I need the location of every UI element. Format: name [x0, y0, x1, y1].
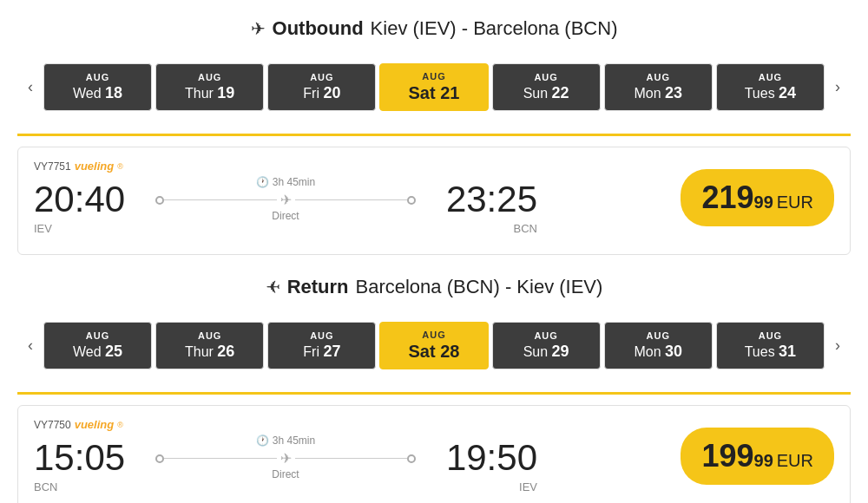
outbound-price-currency: EUR [777, 193, 813, 212]
return-airline-name: vueling [75, 418, 115, 431]
return-dep-airport: BCN [34, 480, 138, 493]
outbound-airport-labels: IEV BCN [34, 222, 537, 235]
day-label: Mon 30 [634, 343, 682, 361]
return-route: Barcelona (BCN) - Kiev (IEV) [356, 276, 603, 298]
day-num: 25 [105, 343, 122, 360]
date-cell-3[interactable]: AUGSat 28 [379, 322, 488, 369]
return-arr-dot [407, 454, 416, 463]
return-line [164, 458, 277, 459]
outbound-duration: 🕐 3h 45min [256, 176, 315, 188]
day-label: Sat 28 [409, 342, 460, 362]
month-label: AUG [198, 330, 221, 341]
return-clock-icon: 🕐 [256, 434, 269, 447]
day-label: Fri 27 [303, 343, 340, 361]
day-label: Wed 18 [73, 84, 122, 102]
return-price-dec: 99 [754, 451, 773, 471]
return-flight-number: VY7750 [34, 419, 71, 431]
day-num: 23 [665, 84, 682, 101]
outbound-trademark: ® [117, 162, 123, 171]
return-header: ✈ Return Barcelona (BCN) - Kiev (IEV) [17, 276, 851, 298]
month-label: AUG [647, 330, 670, 341]
return-price-button[interactable]: 19999EUR [681, 428, 834, 485]
date-cell-2[interactable]: AUGFri 27 [267, 322, 376, 369]
return-line-plane-icon: ✈ [280, 450, 292, 467]
return-line2 [295, 458, 408, 459]
outbound-airline-name: vueling [75, 160, 115, 173]
outbound-flight-number: VY7751 [34, 160, 71, 173]
day-num: 31 [779, 343, 796, 360]
date-cell-5[interactable]: AUGMon 30 [604, 322, 713, 369]
outbound-flight-times: 20:40 🕐 3h 45min ✈ Dir [34, 176, 537, 222]
day-num: 26 [217, 343, 234, 360]
outbound-next-nav[interactable]: › [825, 52, 851, 121]
return-price-main: 199 [701, 438, 753, 474]
day-label: Fri 20 [303, 84, 340, 102]
outbound-flight-line: ✈ [155, 192, 416, 208]
outbound-prev-nav[interactable]: ‹ [17, 52, 43, 121]
month-label: AUG [422, 71, 445, 82]
date-cell-0[interactable]: AUGWed 25 [43, 322, 152, 369]
outbound-stop-type: Direct [272, 210, 299, 222]
month-label: AUG [422, 330, 445, 340]
date-cell-0[interactable]: AUGWed 18 [43, 63, 152, 111]
month-label: AUG [759, 330, 782, 341]
date-cell-2[interactable]: AUGFri 20 [267, 63, 376, 111]
day-label: Sat 21 [409, 83, 460, 103]
outbound-arr-airport: BCN [433, 222, 537, 235]
day-num: 20 [323, 84, 340, 101]
return-yellow-bar [17, 392, 851, 395]
outbound-airline-line: VY7751 vueling ® [34, 160, 537, 173]
date-cell-4[interactable]: AUGSun 22 [492, 63, 601, 111]
return-depart-time: 15:05 [34, 437, 138, 479]
return-duration: 🕐 3h 45min [256, 434, 315, 447]
date-cell-1[interactable]: AUGThur 19 [155, 63, 264, 111]
outbound-price-main: 219 [701, 180, 753, 216]
return-arrive-time: 19:50 [433, 437, 537, 479]
return-next-nav[interactable]: › [825, 310, 851, 380]
outbound-section: ✈ Outbound Kiev (IEV) - Barcelona (BCN) … [17, 17, 851, 255]
clock-icon: 🕐 [256, 176, 269, 188]
day-num: 24 [779, 84, 796, 101]
outbound-price-button[interactable]: 21999EUR [681, 169, 834, 226]
outbound-route: Kiev (IEV) - Barcelona (BCN) [371, 17, 618, 40]
month-label: AUG [310, 330, 333, 341]
outbound-flight-card-top: VY7751 vueling ® 20:40 🕐 3h 45min [34, 160, 834, 235]
date-cell-6[interactable]: AUGTues 24 [716, 63, 825, 111]
return-flight-line: ✈ [155, 450, 416, 467]
outbound-line [164, 199, 277, 200]
return-flight-card-top: VY7750 vueling ® 15:05 🕐 3h 45min [34, 418, 834, 493]
outbound-dep-airport: IEV [34, 222, 138, 235]
day-num: 30 [665, 343, 682, 360]
day-label: Sun 22 [523, 84, 569, 102]
day-num: 27 [323, 343, 340, 360]
return-flight-middle: 🕐 3h 45min ✈ Direct [138, 434, 433, 480]
return-flight-info: VY7750 vueling ® 15:05 🕐 3h 45min [34, 418, 537, 493]
outbound-direction-label: Outbound [273, 17, 364, 40]
day-num: 18 [105, 84, 122, 101]
outbound-depart-time: 20:40 [34, 179, 138, 220]
outbound-plane-icon: ✈ [251, 18, 266, 39]
outbound-date-strip: AUGWed 18AUGThur 19AUGFri 20AUGSat 21AUG… [43, 63, 825, 111]
return-airline-line: VY7750 vueling ® [34, 418, 537, 431]
day-label: Wed 25 [73, 343, 122, 361]
day-label: Thur 19 [185, 84, 234, 102]
day-label: Tues 31 [745, 343, 796, 361]
outbound-date-strip-wrapper: ‹ AUGWed 18AUGThur 19AUGFri 20AUGSat 21A… [17, 52, 851, 121]
day-num: 22 [552, 84, 569, 101]
day-label: Sun 29 [523, 343, 569, 361]
date-cell-3[interactable]: AUGSat 21 [379, 63, 488, 111]
date-cell-5[interactable]: AUGMon 23 [604, 63, 713, 111]
month-label: AUG [534, 72, 557, 82]
return-prev-nav[interactable]: ‹ [17, 310, 43, 380]
month-label: AUG [534, 330, 557, 341]
day-label: Tues 24 [745, 84, 796, 102]
outbound-line-plane-icon: ✈ [280, 192, 292, 208]
date-cell-4[interactable]: AUGSun 29 [492, 322, 601, 369]
return-price-currency: EUR [777, 451, 813, 471]
return-stop-type: Direct [272, 468, 299, 480]
outbound-header: ✈ Outbound Kiev (IEV) - Barcelona (BCN) [17, 17, 851, 40]
return-date-strip-wrapper: ‹ AUGWed 25AUGThur 26AUGFri 27AUGSat 28A… [17, 310, 851, 380]
date-cell-6[interactable]: AUGTues 31 [716, 322, 825, 369]
date-cell-1[interactable]: AUGThur 26 [155, 322, 264, 369]
outbound-dep-dot [155, 196, 164, 205]
